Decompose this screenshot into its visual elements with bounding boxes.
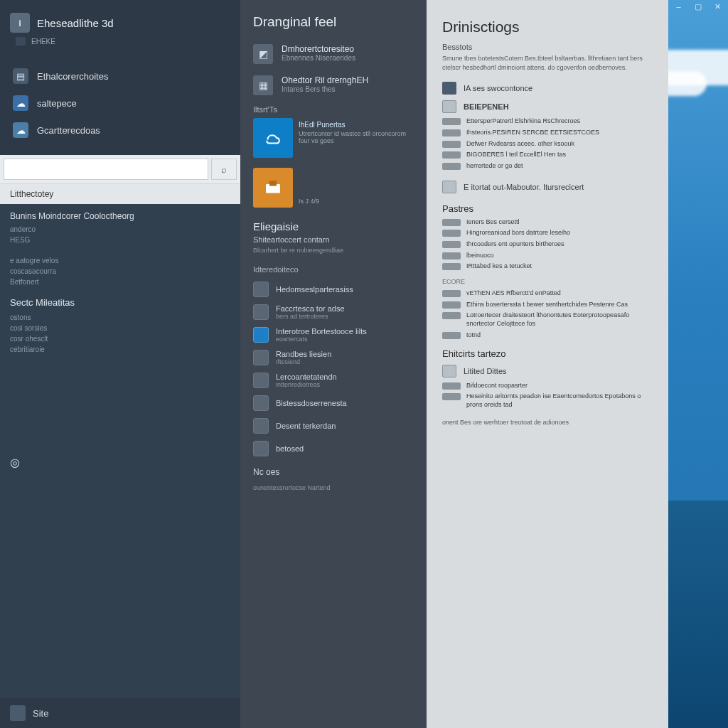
list-item[interactable]: Desent terkerdan: [253, 414, 414, 437]
detail-line: Lotroertecer draitesteort lthonontutes E…: [427, 310, 668, 329]
tile-text: IhEdl Punertas Utrertconter id wastce st…: [299, 118, 414, 158]
svg-rect-1: [269, 181, 277, 186]
cloud-sync-icon: ☁: [13, 122, 28, 138]
bullet-icon: [442, 393, 461, 400]
item-icon: [253, 373, 269, 388]
detail-line: Defwer Rvdearss aceec. other ksoouk: [427, 139, 668, 150]
middle-panel: Dranginal feel ◩ Dmhorertctoresiteo Ebne…: [240, 0, 427, 728]
sidebar-header: i Eheseadlithe 3d: [10, 13, 230, 33]
bullet-icon: [442, 118, 461, 125]
nav-item-documents[interactable]: ▤ Ethalcorerchoites: [10, 63, 230, 90]
folder-icon: [442, 82, 456, 95]
detail-line: Heseinito aritornts peadon ise Eaentcome…: [427, 391, 668, 410]
list-item[interactable]: Bistessdoserrenesta: [253, 392, 414, 414]
middle-footer: Nc oes: [240, 463, 427, 481]
cloud-icon: ☁: [13, 95, 28, 111]
sidebar-subtitle: EHEKE: [16, 37, 230, 46]
feed-item[interactable]: ▦ Ohedtor Ril drernghEH Intares Bers the…: [240, 70, 427, 101]
sidebar-nav: ▤ Ethalcorerchoites ☁ saltepece ☁ Gcartt…: [0, 58, 240, 148]
gear-icon: [442, 181, 456, 193]
right-row[interactable]: E itortat out-Maboutor. Itursrecicert: [427, 178, 668, 196]
right-row[interactable]: IA ses swocontonce: [427, 79, 668, 97]
sidebar: i Eheseadlithe 3d EHEKE ▤ Ethalcorerchoi…: [0, 0, 240, 728]
document-icon: ▤: [13, 68, 28, 84]
list-item[interactable]: Interotroe Bortestooce liltseosrtercats: [253, 323, 414, 346]
app-title: Eheseadlithe 3d: [37, 17, 114, 29]
list-item[interactable]: Lercoantetatendninttenrediotreas: [253, 369, 414, 392]
bullet-icon: [442, 151, 461, 159]
detail-line: Ihsteoris.PESIREN SERCBE EETSIESTCOES: [427, 127, 668, 139]
item-icon: [253, 304, 269, 320]
right-subtitle: Besstots: [427, 43, 668, 54]
detail-line: Bifdoecont roopasrter: [427, 380, 668, 392]
search-icon: ⌕: [221, 164, 227, 175]
list-icon: [442, 365, 456, 378]
person-icon: ◩: [253, 44, 273, 64]
detail-line: herrertede or go det: [427, 161, 668, 172]
bullet-icon: [442, 230, 461, 237]
middle-title: Dranginal feel: [240, 0, 427, 38]
list-item[interactable]: Randbes liesienIftesiend: [253, 346, 414, 369]
app-tile-orange[interactable]: [253, 168, 293, 208]
app-tile-blue[interactable]: [253, 118, 293, 158]
right-description: Smune tbes botetestsCotem Bes.tbteel bsl…: [427, 54, 668, 79]
item-icon: [253, 327, 269, 343]
list-item[interactable]: betosed: [253, 437, 414, 460]
right-panel: Drinisctiogs Besstots Smune tbes botetes…: [427, 0, 668, 728]
section-title: Pastres: [427, 196, 668, 217]
detail-line: BIGOBERES l tetl EccellEl Hen tas: [427, 149, 668, 161]
search-bar: ⌕: [0, 155, 240, 183]
bullet-icon: [442, 129, 461, 136]
section-title: Ehitcirts tartezo: [427, 341, 668, 362]
document-icon: ▦: [253, 75, 273, 95]
bullet-icon: [442, 312, 461, 319]
item-icon: [253, 282, 269, 297]
window-controls: – ▢ ✕: [668, 0, 728, 14]
detail-line: vEThEN AES Rfberctt'd enPatted: [427, 288, 668, 299]
bullet-icon: [442, 263, 461, 270]
close-button[interactable]: ✕: [713, 1, 722, 11]
tile-pager: Is J 4/9: [299, 195, 414, 208]
bullet-icon: [442, 290, 461, 297]
feed-item[interactable]: ◩ Dmhorertctoresiteo Ebnennes Niseraerid…: [240, 38, 427, 70]
detail-line: thrcooders ent opunters birtheroes: [427, 239, 668, 250]
nav-item-storage[interactable]: ☁ saltepece: [10, 90, 230, 117]
group-title: Bunins Moindcorer Cooloctheorg: [10, 211, 230, 221]
search-button[interactable]: ⌕: [211, 159, 237, 180]
detail-line: Ethins boserterssta t bewer senthertchid…: [427, 299, 668, 311]
item-icon: [253, 395, 269, 411]
sidebar-bottom-icon: ◎: [10, 454, 230, 471]
app-icon: i: [10, 13, 30, 33]
sidebar-body: Bunins Moindcorer Cooloctheorg anderco H…: [0, 204, 240, 698]
detail-line: totnd: [427, 330, 668, 341]
bullet-icon: [442, 219, 461, 226]
maximize-button[interactable]: ▢: [693, 1, 702, 11]
right-row[interactable]: Litited Dittes: [427, 362, 668, 380]
subheading: Iltsrt'Ts: [240, 101, 427, 115]
item-icon: [253, 418, 269, 434]
bullet-icon: [442, 241, 461, 248]
detail-line: Ieners Bes cersettl: [427, 217, 668, 228]
sidebar-footer[interactable]: Site: [0, 698, 240, 728]
middle-list: HedomseslparterasissFaccrtesca tor adseb…: [240, 275, 427, 463]
site-icon: [10, 705, 26, 721]
item-icon: [253, 441, 269, 456]
minimize-button[interactable]: –: [674, 1, 683, 11]
detail-line: Hingroreanioad bors datrtore leseiho: [427, 228, 668, 239]
search-input[interactable]: [4, 159, 208, 180]
sub-icon: [16, 37, 26, 46]
section-title: Eliegaisie: [240, 210, 427, 235]
list-item[interactable]: Hedomseslparterasiss: [253, 278, 414, 301]
page-icon: [442, 100, 456, 113]
list-item[interactable]: Faccrtesca tor adsebers ad tertroteres: [253, 301, 414, 323]
bullet-icon: [442, 332, 461, 339]
nav-item-categories[interactable]: ☁ Gcartterecdoas: [10, 117, 230, 144]
bullet-icon: [442, 382, 461, 390]
detail-line: IRttabed kes a tetucket: [427, 261, 668, 272]
bullet-icon: [442, 301, 461, 309]
right-row[interactable]: BEIEPENEH: [427, 97, 668, 116]
right-title: Drinisctiogs: [427, 0, 668, 43]
sidebar-tab[interactable]: Litthectotey: [0, 183, 240, 204]
detail-line: lbeinuoco: [427, 250, 668, 262]
bullet-icon: [442, 163, 461, 170]
